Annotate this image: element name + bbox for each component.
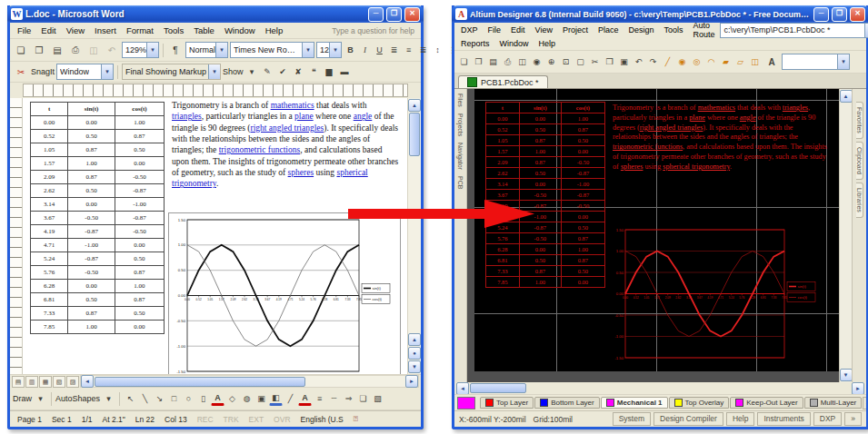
dropdown-arrow-icon[interactable]: ▾ xyxy=(208,64,220,79)
layer-tab-mechanical-1[interactable]: Mechanical 1 xyxy=(601,397,668,409)
normal-view-button[interactable]: ▤ xyxy=(12,376,25,388)
restore-button[interactable]: ❐ xyxy=(386,7,402,22)
cut-icon[interactable]: ✂ xyxy=(588,54,602,70)
menu-item-insert[interactable]: Insert xyxy=(90,25,121,36)
select-objects-icon[interactable]: ↖ xyxy=(124,390,137,407)
line-color-icon[interactable]: ╱ xyxy=(284,390,297,407)
redo-icon[interactable]: ↷ xyxy=(646,54,660,70)
zoom-combo[interactable]: 129% ▾ xyxy=(122,42,159,58)
altium-horizontal-scrollbar[interactable]: ◄ ► xyxy=(454,382,866,394)
scroll-left-icon[interactable]: ◄ xyxy=(456,382,469,395)
dropdown-arrow-icon[interactable]: ▾ xyxy=(215,43,227,57)
dropdown-arrow-icon[interactable]: ▾ xyxy=(146,43,158,57)
web-layout-button[interactable]: ▥ xyxy=(25,376,38,388)
panel-tab-clipboard[interactable]: Clipboard xyxy=(856,142,863,180)
hyperlink[interactable]: plane xyxy=(689,113,705,122)
next-page-icon[interactable]: ▼ xyxy=(408,360,421,373)
insert-comment-icon[interactable]: ❝ xyxy=(307,64,321,80)
word-page[interactable]: tsin(t)cos(t)0.000.001.000.520.500.871.0… xyxy=(23,98,407,374)
menu-item-tools[interactable]: Tools xyxy=(659,25,687,35)
snagit-button[interactable]: SnagIt xyxy=(31,67,55,76)
altium-vertical-scrollbar[interactable]: ▲ ▼ xyxy=(839,89,852,382)
menu-item-table[interactable]: Table xyxy=(189,25,219,36)
document-path-combo[interactable]: c:\very\Temp\PCB1.PcbDoc * ▾ xyxy=(720,23,868,38)
menu-item-edit[interactable]: Edit xyxy=(506,25,530,35)
scroll-thumb[interactable] xyxy=(409,113,420,156)
menu-item-help[interactable]: Help xyxy=(534,38,561,49)
font-size-combo[interactable]: 12 ▾ xyxy=(316,42,342,58)
panel-button-help[interactable]: Help xyxy=(726,412,754,426)
dropdown-arrow-icon[interactable]: ▾ xyxy=(329,43,341,57)
hyperlink[interactable]: angle xyxy=(740,113,756,122)
snagit-window-combo[interactable]: Window ▾ xyxy=(56,64,114,80)
layer-tab-bottom-layer[interactable]: Bottom Layer xyxy=(534,397,600,409)
word-data-table[interactable]: tsin(t)cos(t)0.000.001.000.520.500.871.0… xyxy=(30,102,165,334)
place-arc-icon[interactable]: ◠ xyxy=(704,54,718,70)
pcb-chart-object[interactable]: 1.501.000.500.00-0.50-1.00-1.500.000.521… xyxy=(609,225,820,367)
menu-item-tools[interactable]: Tools xyxy=(159,25,188,36)
scroll-up-icon[interactable]: ▲ xyxy=(840,90,853,103)
layer-tab-multi-layer[interactable]: Multi-Layer xyxy=(804,397,863,409)
hyperlink[interactable]: trigonometric functions xyxy=(219,145,300,154)
place-string-icon[interactable]: A xyxy=(763,54,780,70)
dropdown-arrow-icon[interactable]: ▾ xyxy=(837,54,849,69)
print-layout-button[interactable]: ▦ xyxy=(39,376,52,388)
word-titlebar[interactable]: W L.doc - Microsoft Word ─ ❐ ✕ xyxy=(7,5,424,23)
bold-icon[interactable]: B xyxy=(344,42,357,58)
menu-item-format[interactable]: Format xyxy=(122,25,158,36)
hyperlink[interactable]: right angled triangles xyxy=(251,123,324,133)
zoom-in-icon[interactable]: ⊕ xyxy=(544,54,558,70)
zoom-fit-icon[interactable]: ⊡ xyxy=(559,54,573,70)
line-style-icon[interactable]: ≡ xyxy=(313,390,326,407)
hyperlink[interactable]: triangles xyxy=(783,104,808,112)
scroll-left-icon[interactable]: ◄ xyxy=(81,375,94,388)
menu-item-help[interactable]: Help xyxy=(261,25,288,36)
open-icon[interactable]: ❐ xyxy=(472,54,485,70)
close-button[interactable]: ✕ xyxy=(850,7,865,22)
undo-icon[interactable]: ↶ xyxy=(632,54,645,70)
hyperlink[interactable]: mathematics xyxy=(271,101,314,110)
align-center-icon[interactable]: ≡ xyxy=(402,42,415,58)
scroll-right-icon[interactable]: ► xyxy=(405,375,418,388)
dropdown-arrow-icon[interactable]: ▾ xyxy=(864,24,868,37)
word-chart-object[interactable]: 1.501.000.500.00-0.50-1.00-1.500.000.521… xyxy=(168,212,401,374)
place-fill-icon[interactable]: ▰ xyxy=(719,54,733,70)
menu-item-place[interactable]: Place xyxy=(594,25,624,35)
panel-tab-pcb[interactable]: PCB xyxy=(457,174,464,191)
hyperlink[interactable]: plane xyxy=(294,112,314,121)
menu-item-edit[interactable]: Edit xyxy=(36,25,60,36)
oval-icon[interactable]: ○ xyxy=(182,390,195,407)
markup-mode-combo[interactable]: Final Showing Markup ▾ xyxy=(122,64,221,80)
dropdown-arrow-icon[interactable]: ▾ xyxy=(302,43,314,57)
diagram-icon[interactable]: ◇ xyxy=(225,390,239,407)
new-document-icon[interactable]: ❏ xyxy=(13,42,29,58)
fill-color-icon[interactable]: ◧ xyxy=(269,390,283,406)
line-icon[interactable]: ╲ xyxy=(138,390,152,407)
previous-page-icon[interactable]: ▲ xyxy=(408,333,421,346)
layer-tab-top-overlay[interactable]: Top Overlay xyxy=(669,397,730,409)
hyperlink[interactable]: spheres xyxy=(621,163,644,171)
dropdown-arrow-icon[interactable]: ▾ xyxy=(101,64,113,79)
copy-icon[interactable]: ❒ xyxy=(603,54,616,70)
save-icon[interactable]: ▤ xyxy=(486,54,500,70)
panel-tab-favorites[interactable]: Favorites xyxy=(856,102,863,139)
select-area-icon[interactable]: ▢ xyxy=(574,54,587,70)
underline-icon[interactable]: U xyxy=(373,42,386,58)
hyperlink[interactable]: spheres xyxy=(288,168,314,177)
align-right-icon[interactable]: ≣ xyxy=(416,42,430,58)
panel-tab-files[interactable]: Files xyxy=(457,92,464,109)
menu-item-reports[interactable]: Reports xyxy=(456,38,494,49)
arrow-icon[interactable]: ↘ xyxy=(153,390,166,407)
close-button[interactable]: ✕ xyxy=(404,7,420,22)
panel-tab-navigator[interactable]: Navigator xyxy=(457,141,464,172)
hyperlink[interactable]: spherical trigonometry xyxy=(663,163,730,171)
layer-scroll-left-icon[interactable]: ◄ xyxy=(863,397,866,409)
font-combo[interactable]: Times New Roman ▾ xyxy=(230,42,314,58)
pcb-data-table[interactable]: tsin(t)cos(t)0.000.001.000.520.500.871.0… xyxy=(485,102,605,288)
scroll-up-icon[interactable]: ▲ xyxy=(408,99,421,112)
altium-titlebar[interactable]: A Altium Designer 6.8 (Internal Build 90… xyxy=(452,5,868,23)
hyperlink[interactable]: trigonometric functions xyxy=(613,143,683,151)
hyperlink[interactable]: right angled triangles xyxy=(640,123,703,132)
panel-button-system[interactable]: System xyxy=(613,412,651,426)
place-via-icon[interactable]: ◎ xyxy=(690,54,703,70)
